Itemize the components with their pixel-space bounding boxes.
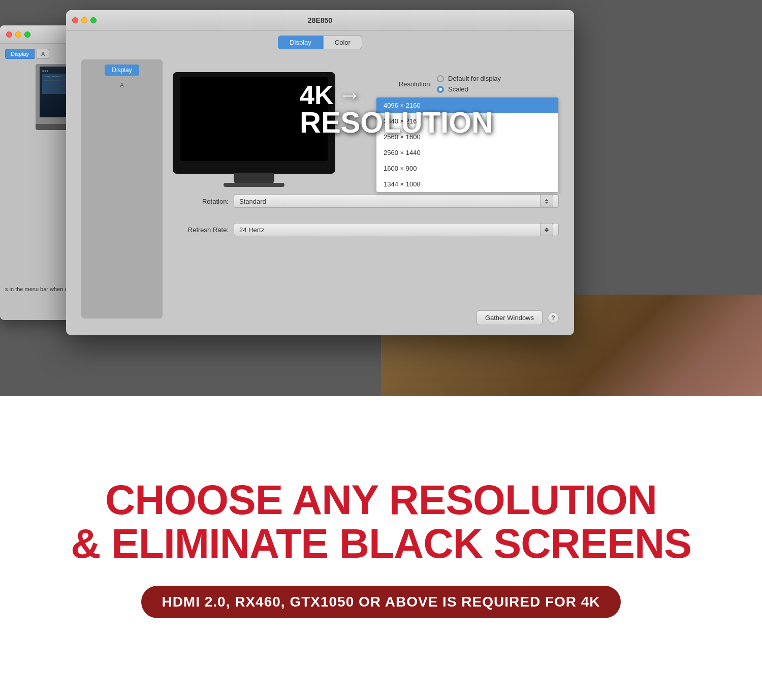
tab-display[interactable]: Display [278,36,323,49]
window-control-dots [72,17,97,23]
sidebar-arrangement: A [113,80,131,91]
refresh-rate-stepper[interactable] [540,223,553,236]
rotation-row: Rotation: Standard [173,195,559,208]
maximize-dot-second[interactable] [24,31,30,38]
resolution-option-3[interactable]: 2560 × 1440 [376,145,558,161]
promo-heading: CHOOSE ANY RESOLUTION & ELIMINATE BLACK … [71,478,691,565]
4k-overlay: 4K → RESOLUTION [300,80,493,139]
dialog-content-area: Display A 4K → [66,49,574,329]
display-sidebar: Display A [81,59,163,319]
rotation-stepper[interactable] [540,195,553,208]
help-button-main[interactable]: ? [548,312,559,324]
promo-section: CHOOSE ANY RESOLUTION & ELIMINATE BLACK … [0,396,762,700]
promo-badge: HDMI 2.0, RX460, GTX1050 OR ABOVE IS REQ… [141,586,620,618]
arrangement-tab-second[interactable]: A [37,49,49,59]
refresh-rate-select[interactable]: 24 Hertz [234,223,559,236]
tv-stand [234,173,274,183]
rotation-stepper-up-icon [545,199,549,201]
refresh-rate-value: 24 Hertz [239,226,264,234]
close-dot[interactable] [72,17,78,23]
window-title: 28E850 [308,16,332,24]
tab-color[interactable]: Color [323,36,362,49]
second-window-dots [6,31,30,38]
main-display-dialog: 28E850 Display Color Display A [66,10,574,335]
resolution-option-5[interactable]: 1344 × 1008 [376,176,558,192]
gather-windows-button-main[interactable]: Gather Windows [477,310,543,325]
refresh-rate-label: Refresh Rate: [173,226,229,234]
settings-right-panel: 4K → RESOLUTION Resolution: Def [173,59,559,319]
resolution-overlay-text: RESOLUTION [300,105,493,139]
display-tab-second[interactable]: Display [5,49,35,59]
dialog-bottom-bar: Gather Windows ? [477,310,559,325]
maximize-dot[interactable] [90,17,97,23]
minimize-dot[interactable] [81,17,87,23]
minimize-dot-second[interactable] [15,31,21,38]
sidebar-display-active: Display [105,65,139,76]
refresh-rate-row: Refresh Rate: 24 Hertz [173,223,559,236]
arrow-icon: → [338,82,361,108]
rotation-select[interactable]: Standard [234,195,559,208]
refresh-stepper-down-icon [545,230,549,232]
promo-heading-line1: CHOOSE ANY RESOLUTION [71,478,691,522]
resolution-option-4[interactable]: 1600 × 900 [376,161,558,176]
promo-badge-text: HDMI 2.0, RX460, GTX1050 OR ABOVE IS REQ… [162,594,600,610]
promo-heading-line2: & ELIMINATE BLACK SCREENS [71,522,691,565]
rotation-stepper-down-icon [545,202,549,204]
rotation-label: Rotation: [173,198,229,205]
display-tab-bar: Display Color [66,30,574,49]
tv-base [224,183,284,187]
dialog-titlebar: 28E850 [66,10,574,30]
screenshot-section: Display A ■ ■ ■ Display Preferences Reso… [0,0,762,396]
refresh-stepper-up-icon [545,228,549,230]
close-dot-second[interactable] [6,31,12,38]
monitor-display-area: 4K → RESOLUTION Resolution: Def [173,59,559,186]
rotation-value: Standard [239,198,266,205]
